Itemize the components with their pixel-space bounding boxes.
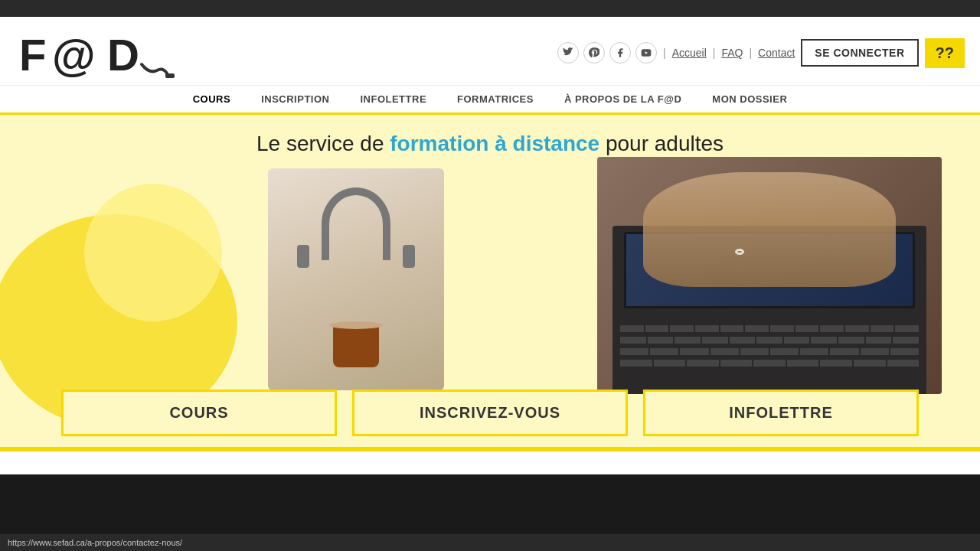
separator-1: | <box>663 47 666 59</box>
facebook-icon[interactable] <box>609 42 631 64</box>
logo-area: F @ D <box>15 24 176 81</box>
browser-chrome <box>0 0 980 17</box>
nav-formatrices[interactable]: FORMATRICES <box>442 86 549 112</box>
hero-section: Le service de formation à distance pour … <box>0 115 980 452</box>
svg-text:F: F <box>19 30 46 78</box>
laptop-photo <box>597 157 942 394</box>
tagline-before: Le service de <box>256 132 390 155</box>
accueil-link[interactable]: Accueil <box>672 47 707 59</box>
nav-inscription[interactable]: INSCRIPTION <box>246 86 345 112</box>
separator-2: | <box>713 47 716 59</box>
logo[interactable]: F @ D <box>15 24 176 81</box>
tagline-after: pour adultes <box>599 132 724 155</box>
cta-bar: COURS INSCRIVEZ-VOUS INFOLETTRE <box>61 390 919 436</box>
header-right: | Accueil | FAQ | Contact SE CONNECTER ?… <box>557 38 965 68</box>
svg-point-5 <box>84 184 222 321</box>
below-hero <box>0 452 980 474</box>
inscrivez-cta-button[interactable]: INSCRIVEZ-VOUS <box>352 390 628 436</box>
help-button[interactable]: ?? <box>925 38 965 68</box>
nav-apropos[interactable]: À PROPOS DE LA F@D <box>549 86 697 112</box>
social-icons <box>557 42 657 64</box>
hero-tagline: Le service de formation à distance pour … <box>0 115 980 170</box>
status-bar: https://www.sefad.ca/a-propos/contactez-… <box>0 534 980 551</box>
nav-mondossier[interactable]: MON DOSSIER <box>697 86 802 112</box>
pinterest-icon[interactable] <box>583 42 605 64</box>
nav-cours[interactable]: COURS <box>178 86 246 112</box>
top-header: F @ D <box>0 17 980 86</box>
twitter-icon[interactable] <box>557 42 579 64</box>
svg-text:@: @ <box>52 30 96 78</box>
status-url: https://www.sefad.ca/a-propos/contactez-… <box>8 538 182 547</box>
svg-rect-3 <box>165 73 175 78</box>
faq-link[interactable]: FAQ <box>721 47 743 59</box>
tagline-highlight: formation à distance <box>390 132 599 155</box>
yellow-line <box>0 447 980 452</box>
svg-text:D: D <box>107 30 139 78</box>
youtube-icon[interactable] <box>635 42 657 64</box>
separator-3: | <box>749 47 752 59</box>
main-nav: COURS INSCRIPTION INFOLETTRE FORMATRICES… <box>0 86 980 115</box>
center-photo <box>268 168 444 390</box>
contact-link[interactable]: Contact <box>758 47 795 59</box>
cours-cta-button[interactable]: COURS <box>61 390 337 436</box>
nav-infolettre[interactable]: INFOLETTRE <box>345 86 442 112</box>
infolettre-cta-button[interactable]: INFOLETTRE <box>643 390 919 436</box>
top-links: | Accueil | FAQ | Contact SE CONNECTER ?… <box>557 38 965 68</box>
se-connecter-button[interactable]: SE CONNECTER <box>801 39 918 67</box>
